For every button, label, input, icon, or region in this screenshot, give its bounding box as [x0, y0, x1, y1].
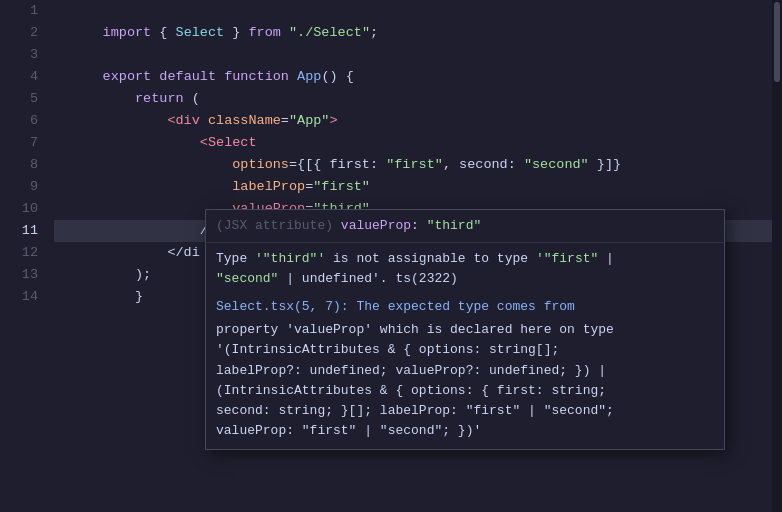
line-num-12: 12: [0, 242, 38, 264]
line-num-11: 11: [0, 220, 38, 242]
code-content[interactable]: import { Select } from "./Select"; expor…: [50, 0, 782, 512]
line-num-10: 10: [0, 198, 38, 220]
code-line-3: export default function App() {: [54, 44, 782, 66]
line-num-3: 3: [0, 44, 38, 66]
scrollbar-thumb[interactable]: [774, 2, 780, 82]
line-num-9: 9: [0, 176, 38, 198]
line-num-13: 13: [0, 264, 38, 286]
tooltip-error-text: Type '"third"' is not assignable to type…: [216, 249, 714, 289]
line-num-2: 2: [0, 22, 38, 44]
code-line-1: import { Select } from "./Select";: [54, 0, 782, 22]
type-error-tooltip: (JSX attribute) valueProp: "third" Type …: [205, 209, 725, 450]
line-num-1: 1: [0, 0, 38, 22]
code-editor: 1 2 3 4 5 6 7 8 9 10 11 12 13 14 import …: [0, 0, 782, 512]
scrollbar[interactable]: [772, 0, 782, 512]
line-num-4: 4: [0, 66, 38, 88]
tooltip-source: Select.tsx(5, 7): The expected type come…: [216, 297, 714, 317]
token-select: Select: [176, 25, 225, 40]
line-num-6: 6: [0, 110, 38, 132]
line-numbers: 1 2 3 4 5 6 7 8 9 10 11 12 13 14: [0, 0, 50, 512]
token-import: import: [103, 25, 152, 40]
line-num-7: 7: [0, 132, 38, 154]
line-num-5: 5: [0, 88, 38, 110]
tooltip-body: Type '"third"' is not assignable to type…: [206, 243, 724, 450]
tooltip-desc: property 'valueProp' which is declared h…: [216, 320, 714, 441]
line-num-14: 14: [0, 286, 38, 308]
tooltip-header: (JSX attribute) valueProp: "third": [206, 210, 724, 243]
line-num-8: 8: [0, 154, 38, 176]
